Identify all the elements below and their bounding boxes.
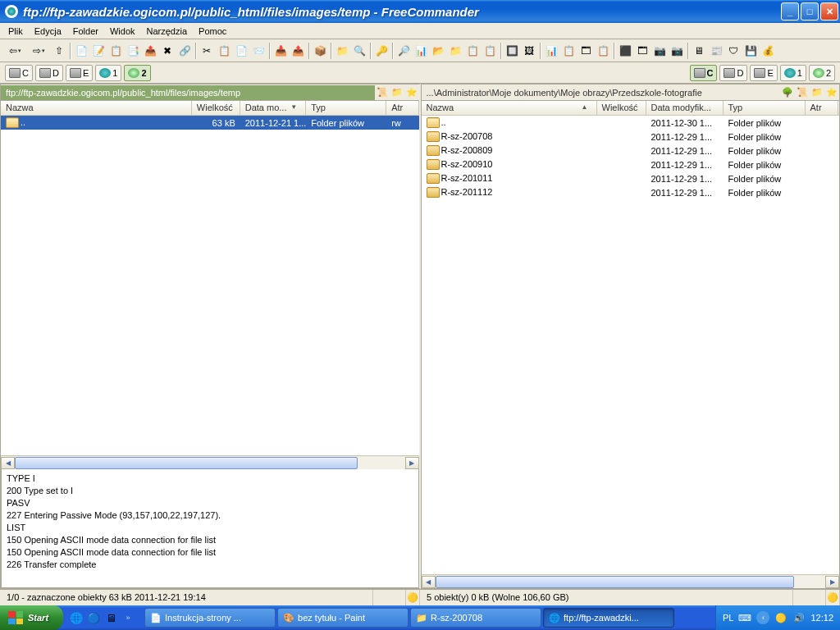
favorite-icon[interactable]: ⭐ [404,86,419,99]
drive-D[interactable]: D [35,65,63,81]
ql-more-icon[interactable]: » [120,608,136,628]
task-button[interactable]: 🎨bez tytułu - Paint [277,608,409,628]
drive-C[interactable]: C [690,65,718,81]
start-button[interactable]: Start [0,605,63,630]
toolbar-btn-40[interactable]: 📋 [595,43,611,59]
col-nazwa[interactable]: Nazwa [1,101,192,115]
toolbar-btn-12[interactable]: ✂ [199,43,215,59]
scroll-left-button[interactable]: ◀ [1,457,15,469]
toolbar-btn-44[interactable]: 📷 [651,43,668,59]
toolbar-btn-23[interactable]: 🔍 [351,43,368,59]
toolbar-btn-30[interactable]: 📁 [447,43,463,59]
ie-icon[interactable]: 🔵 [85,608,102,628]
toolbar-btn-1[interactable]: ⇨ [27,43,50,59]
toolbar-btn-47[interactable]: 🖥 [691,43,707,59]
clock[interactable]: 12:12 [810,613,833,623]
scroll-left-button[interactable]: ◀ [422,576,436,588]
toolbar-btn-51[interactable]: 💰 [760,43,776,59]
toolbar-btn-4[interactable]: 📄 [73,43,89,59]
maximize-button[interactable]: □ [801,2,819,21]
scroll-right-button[interactable]: ▶ [825,576,839,588]
keyboard-icon[interactable]: ⌨ [738,611,751,624]
toolbar-btn-2[interactable]: ⇧ [51,43,67,59]
col-atr[interactable]: Atr [806,101,838,115]
col-atr[interactable]: Atr [386,101,418,115]
toolbar-btn-5[interactable]: 📝 [90,43,107,59]
task-button[interactable]: 📁R-sz-200708 [410,608,541,628]
tray-expand-icon[interactable]: ‹ [756,611,769,624]
favorite-icon[interactable]: ⭐ [824,86,839,99]
list-item[interactable]: ..2011-12-30 1...Folder plików [422,116,840,130]
tray-app-icon[interactable]: 🟡 [774,611,788,624]
toolbar-btn-9[interactable]: ✖ [159,43,176,59]
col-typ[interactable]: Typ [724,101,806,115]
filter-icon[interactable]: 🟡 [826,590,840,605]
toolbar-btn-14[interactable]: 📄 [233,43,249,59]
task-button[interactable]: 🌐ftp://ftp-zawadzki... [543,608,674,628]
close-button[interactable]: ✕ [820,2,838,21]
toolbar-btn-38[interactable]: 📋 [560,43,577,59]
folder-icon[interactable]: 📁 [390,86,404,99]
scroll-right-button[interactable]: ▶ [405,457,419,469]
toolbar-btn-31[interactable]: 📋 [464,43,481,59]
menu-widok[interactable]: Widok [105,25,140,38]
list-item[interactable]: R-sz-2009102011-12-29 1...Folder plików [422,158,840,171]
toolbar-btn-0[interactable]: ⇦ [3,43,26,59]
toolbar-btn-17[interactable]: 📥 [272,43,289,59]
toolbar-btn-35[interactable]: 🖼 [521,43,537,59]
toolbar-btn-6[interactable]: 📋 [107,43,124,59]
list-body-left[interactable]: ..63 kB2011-12-21 1...Folder plikówrw [1,116,419,455]
toolbar-btn-15[interactable]: 📨 [250,43,267,59]
drive-2[interactable]: 2 [124,65,150,81]
task-button[interactable]: 📄Instrukcja-strony ... [144,608,276,628]
toolbar-btn-39[interactable]: 🗔 [578,43,594,59]
list-item[interactable]: R-sz-2011122011-12-29 1...Folder plików [422,185,840,199]
list-item[interactable]: R-sz-2008092011-12-29 1...Folder plików [422,144,840,158]
pathbar-left[interactable]: ftp://ftp-zawadzkie.ogicom.pl/public_htm… [1,84,419,101]
toolbar-btn-37[interactable]: 📊 [543,43,559,59]
list-item[interactable]: R-sz-2010112011-12-29 1...Folder plików [422,171,840,185]
show-desktop-icon[interactable]: 🖥 [103,608,119,628]
toolbar-btn-28[interactable]: 📊 [413,43,429,59]
list-item[interactable]: ..63 kB2011-12-21 1...Folder plikówrw [1,116,419,130]
col-data mo...[interactable]: Data mo...▼ [240,101,306,115]
minimize-button[interactable]: _ [781,2,799,21]
filter-icon[interactable]: 🟡 [406,590,420,605]
list-item[interactable]: R-sz-2007082011-12-29 1...Folder plików [422,130,840,144]
menu-edycja[interactable]: Edycja [30,25,66,38]
toolbar-btn-50[interactable]: 💾 [742,43,759,59]
menu-plik[interactable]: Plik [3,25,28,38]
col-nazwa[interactable]: Nazwa▲ [422,101,597,115]
col-typ[interactable]: Typ [306,101,386,115]
drive-E[interactable]: E [750,65,777,81]
toolbar-btn-48[interactable]: 📰 [708,43,724,59]
col-data modyfik...[interactable]: Data modyfik... [646,101,724,115]
toolbar-btn-13[interactable]: 📋 [216,43,232,59]
drive-1[interactable]: 1 [780,65,806,81]
history-icon[interactable]: 📜 [375,86,390,99]
toolbar-btn-32[interactable]: 📋 [482,43,498,59]
hscroll-right[interactable]: ◀ ▶ [422,574,840,588]
drive-E[interactable]: E [66,65,93,81]
toolbar-btn-25[interactable]: 🔑 [373,43,390,59]
path-left[interactable]: ftp://ftp-zawadzkie.ogicom.pl/public_htm… [1,85,375,100]
drive-1[interactable]: 1 [95,65,121,81]
tree-icon[interactable]: 🌳 [780,86,795,99]
volume-icon[interactable]: 🔊 [792,611,806,624]
toolbar-btn-20[interactable]: 📦 [312,43,328,59]
menu-folder[interactable]: Folder [68,25,103,38]
toolbar-btn-43[interactable]: 🗔 [634,43,651,59]
toolbar-btn-27[interactable]: 🔎 [395,43,412,59]
path-right[interactable]: ...\Administrator\Moje dokumenty\Moje ob… [422,85,781,100]
menu-pomoc[interactable]: Pomoc [194,25,231,38]
drive-D[interactable]: D [719,65,747,81]
col-wielkość[interactable]: Wielkość [597,101,646,115]
folder-icon[interactable]: 📁 [810,86,824,99]
toolbar-btn-45[interactable]: 📷 [669,43,685,59]
toolbar-btn-29[interactable]: 📂 [430,43,446,59]
toolbar-btn-34[interactable]: 🔲 [504,43,520,59]
toolbar-btn-22[interactable]: 📁 [334,43,350,59]
chrome-icon[interactable]: 🌐 [68,608,84,628]
toolbar-btn-7[interactable]: 📑 [125,43,141,59]
pathbar-right[interactable]: ...\Administrator\Moje dokumenty\Moje ob… [422,84,840,101]
